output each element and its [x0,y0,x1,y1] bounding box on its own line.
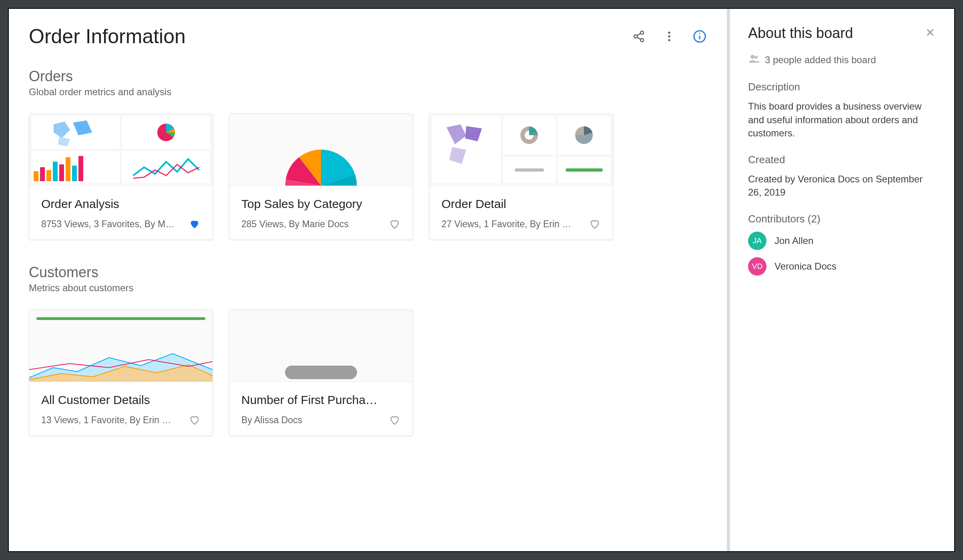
card-thumbnail [29,114,213,186]
header-actions [632,29,707,44]
favorite-icon[interactable] [389,414,401,426]
card-top-sales[interactable]: Top Sales by Category 285 Views, By Mari… [229,114,413,240]
svg-point-19 [750,55,754,59]
card-title: Top Sales by Category [241,197,401,211]
card-meta: 13 Views, 1 Favorite, By Erin … [41,415,185,426]
svg-point-6 [668,35,670,37]
panel-divider[interactable] [727,9,730,551]
favorite-icon[interactable] [189,414,201,426]
contributor-name: Jon Allen [774,235,813,246]
card-title: All Customer Details [41,393,201,407]
card-thumbnail [429,114,613,186]
about-panel: About this board 3 people added this boa… [730,9,954,551]
svg-point-1 [634,35,637,38]
description-label: Description [748,81,936,93]
contributor-name: Veronica Docs [774,261,837,272]
avatar: VD [748,257,766,276]
created-text: Created by Veronica Docs on September 26… [748,172,936,199]
svg-point-7 [668,39,670,41]
favorite-icon[interactable] [189,218,201,230]
card-meta: 8753 Views, 3 Favorites, By M… [41,219,185,230]
created-label: Created [748,154,936,166]
more-icon[interactable] [662,29,676,44]
contributor-row: JA Jon Allen [748,232,936,250]
svg-point-5 [668,32,670,34]
avatar: JA [748,232,766,250]
svg-point-2 [640,38,644,42]
card-thumbnail [29,310,213,382]
favorite-icon[interactable] [389,218,401,230]
card-order-detail[interactable]: Order Detail 27 Views, 1 Favorite, By Er… [429,114,613,240]
card-meta: By Alissa Docs [241,415,385,426]
description-text: This board provides a business overview … [748,100,936,140]
card-all-customer-details[interactable]: All Customer Details 13 Views, 1 Favorit… [29,310,213,436]
section-customers: Customers Metrics about customers [29,264,707,436]
card-title: Number of First Purcha… [241,393,401,407]
card-meta: 285 Views, By Marie Docs [241,219,385,230]
card-title: Order Analysis [41,197,201,211]
people-icon [748,53,760,67]
about-title: About this board [748,25,853,42]
info-icon[interactable] [692,29,707,44]
svg-line-3 [637,37,640,39]
card-thumbnail [229,310,413,382]
section-title: Orders [29,68,707,85]
header: Order Information [29,25,707,48]
svg-point-20 [754,56,758,59]
section-title: Customers [29,264,707,281]
cards-row: All Customer Details 13 Views, 1 Favorit… [29,310,707,436]
main-panel: Order Information Orders Global order me… [9,9,727,551]
favorite-icon[interactable] [589,218,601,230]
share-icon[interactable] [632,29,646,44]
cards-row: Order Analysis 8753 Views, 3 Favorites, … [29,114,707,240]
close-icon[interactable] [924,26,936,40]
card-first-purchase[interactable]: Number of First Purcha… By Alissa Docs [229,310,413,436]
svg-line-4 [637,34,640,36]
people-added-row: 3 people added this board [748,53,936,67]
card-meta: 27 Views, 1 Favorite, By Erin … [441,219,585,230]
section-subtitle: Global order metrics and analysis [29,86,707,98]
app-frame: Order Information Orders Global order me… [8,8,955,552]
contributor-row: VD Veronica Docs [748,257,936,276]
section-orders: Orders Global order metrics and analysis… [29,68,707,240]
card-thumbnail [229,114,413,186]
svg-point-0 [640,31,644,34]
card-order-analysis[interactable]: Order Analysis 8753 Views, 3 Favorites, … [29,114,213,240]
people-added-text: 3 people added this board [765,54,876,66]
card-title: Order Detail [441,197,601,211]
contributors-label: Contributors (2) [748,213,936,225]
svg-point-10 [699,33,700,34]
section-subtitle: Metrics about customers [29,282,707,294]
page-title: Order Information [29,25,186,48]
